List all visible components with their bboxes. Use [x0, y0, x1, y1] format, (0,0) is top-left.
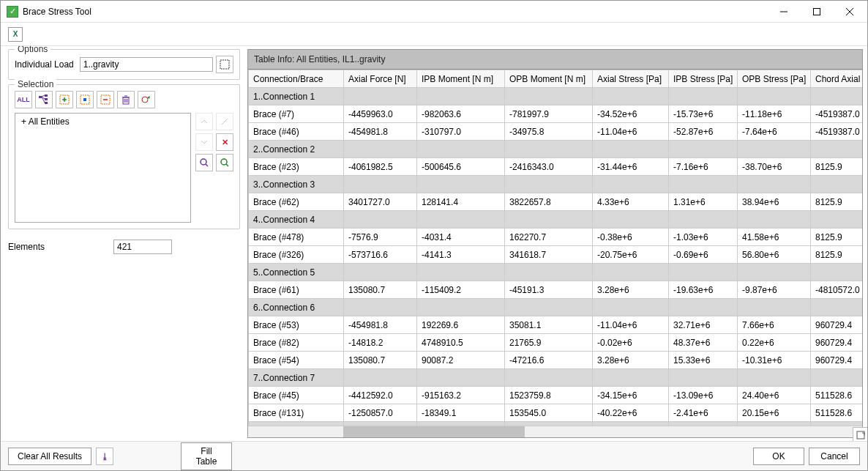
col-opb-stress[interactable]: OPB Stress [Pa] [738, 70, 811, 88]
table-cell: -19.63e+6 [669, 281, 738, 299]
table-cell: -1.03e+6 [669, 229, 738, 246]
table-scroll[interactable]: Connection/Brace Axial Force [N] IPB Mom… [248, 70, 862, 426]
cancel-button[interactable]: Cancel [809, 448, 860, 465]
table-cell: -4031.4 [417, 229, 505, 246]
select-marquee-remove-button[interactable] [97, 91, 114, 108]
app-icon: ✓ [7, 6, 18, 18]
table-cell: -4519387.0 [811, 123, 863, 141]
col-chord-axial[interactable]: Chord Axial Force Left [811, 70, 863, 88]
table-group-row[interactable]: 2..Connection 2 [249, 141, 863, 158]
table-row[interactable]: Brace (#54)135080.790087.2-47216.63.28e+… [249, 352, 863, 369]
col-ipb-stress[interactable]: IPB Stress [Pa] [669, 70, 738, 88]
view-selection-button[interactable] [138, 91, 155, 108]
table-cell: 38.94e+6 [738, 193, 811, 211]
entity-list-item[interactable]: + All Entities [17, 115, 189, 128]
svg-rect-7 [45, 98, 48, 100]
table-cell: -34.15e+6 [593, 387, 669, 404]
table-cell: Brace (#7) [249, 105, 344, 123]
svg-point-29 [221, 159, 227, 165]
group-label-cell: 7..Connection 7 [249, 369, 344, 387]
table-group-row[interactable]: 7..Connection 7 [249, 369, 863, 387]
table-group-row[interactable]: 1..Connection 1 [249, 88, 863, 105]
table-row[interactable]: Brace (#62)3401727.0128141.43822657.84.3… [249, 193, 863, 211]
table-cell: 3.28e+6 [593, 352, 669, 369]
col-axial-stress[interactable]: Axial Stress [Pa] [593, 70, 669, 88]
table-row[interactable]: Brace (#7)-4459963.0-982063.6-781997.9-3… [249, 105, 863, 123]
options-group: Options Individual Load [8, 49, 240, 80]
main-toolbar: X [1, 23, 867, 46]
select-load-button[interactable] [216, 56, 233, 73]
magnifier-icon [200, 158, 209, 167]
minimize-button[interactable] [767, 1, 800, 22]
table-cell: 192269.6 [417, 316, 505, 334]
horizontal-scrollbar[interactable] [248, 426, 862, 437]
table-row[interactable]: Brace (#326)-573716.6-4141.3341618.7-20.… [249, 246, 863, 264]
table-row[interactable]: Brace (#61)135080.7-115409.2-45191.33.28… [249, 281, 863, 299]
table-cell: -45191.3 [505, 281, 593, 299]
results-table-container: Table Info: All Entities, IL1..gravity C… [247, 49, 863, 438]
ok-button[interactable]: OK [753, 448, 804, 465]
table-cell: 15.33e+6 [669, 352, 738, 369]
selection-group-label: Selection [15, 79, 56, 89]
table-group-row[interactable]: 8..Connection 8 [249, 422, 863, 426]
table-cell: -115409.2 [417, 281, 505, 299]
table-cell: -310797.0 [417, 123, 505, 141]
select-marquee-add-button[interactable] [56, 91, 73, 108]
table-cell: -4459963.0 [344, 105, 417, 123]
import-results-button[interactable]: ⭳ [96, 448, 113, 465]
table-group-row[interactable]: 4..Connection 4 [249, 211, 863, 229]
expand-panel-button[interactable] [853, 427, 867, 441]
entity-list[interactable]: + All Entities [15, 113, 191, 223]
table-cell: -10.31e+6 [738, 352, 811, 369]
table-cell: -4141.3 [417, 246, 505, 264]
col-axial-force[interactable]: Axial Force [N] [344, 70, 417, 88]
select-all-button[interactable]: ALL [15, 91, 32, 108]
table-row[interactable]: Brace (#478)-7576.9-4031.4162270.7-0.38e… [249, 229, 863, 246]
select-marquee-toggle-button[interactable] [76, 91, 94, 108]
table-cell: Brace (#23) [249, 158, 344, 176]
table-cell: 3401727.0 [344, 193, 417, 211]
table-row[interactable]: Brace (#53)-454981.8192269.635081.1-11.0… [249, 316, 863, 334]
delete-selection-button[interactable] [117, 91, 135, 108]
options-group-label: Options [15, 46, 50, 54]
selection-toolbar: ALL [15, 91, 233, 108]
table-group-row[interactable]: 5..Connection 5 [249, 264, 863, 281]
table-row[interactable]: Brace (#46)-454981.8-310797.0-34975.8-11… [249, 123, 863, 141]
table-row[interactable]: Brace (#23)-4061982.5-500645.6-2416343.0… [249, 158, 863, 176]
table-cell: Brace (#54) [249, 352, 344, 369]
select-hierarchy-button[interactable] [35, 91, 53, 108]
group-label-cell: 2..Connection 2 [249, 141, 344, 158]
maximize-button[interactable] [800, 1, 833, 22]
table-cell: 48.37e+6 [669, 334, 738, 352]
col-connection[interactable]: Connection/Brace [249, 70, 344, 88]
table-header-row: Connection/Brace Axial Force [N] IPB Mom… [249, 70, 863, 88]
table-cell: 960729.4 [811, 316, 863, 334]
table-row[interactable]: Brace (#82)-14818.24748910.521765.9-0.02… [249, 334, 863, 352]
table-cell: -781997.9 [505, 105, 593, 123]
select-rect-icon [220, 59, 230, 70]
table-group-row[interactable]: 3..Connection 3 [249, 176, 863, 193]
col-ipb-moment[interactable]: IPB Moment [N m] [417, 70, 505, 88]
col-opb-moment[interactable]: OPB Moment [N m] [505, 70, 593, 88]
expand-icon [856, 431, 865, 440]
table-cell: Brace (#82) [249, 334, 344, 352]
zoom-highlight-button[interactable] [216, 154, 233, 171]
table-cell: -40.22e+6 [593, 404, 669, 422]
remove-entity-button[interactable]: ✕ [216, 133, 233, 151]
individual-load-input[interactable] [80, 57, 213, 72]
export-excel-button[interactable]: X [8, 27, 23, 42]
table-cell: -7576.9 [344, 229, 417, 246]
table-row[interactable]: Brace (#131)-1250857.0-18349.1153545.0-4… [249, 404, 863, 422]
fill-table-button[interactable]: Fill Table [181, 442, 232, 470]
close-button[interactable] [833, 1, 866, 22]
table-group-row[interactable]: 6..Connection 6 [249, 299, 863, 316]
table-cell: 35081.1 [505, 316, 593, 334]
zoom-entity-button[interactable] [195, 154, 213, 171]
table-cell: 8125.9 [811, 229, 863, 246]
clear-all-results-button[interactable]: Clear All Results [8, 448, 91, 465]
table-cell: 3.28e+6 [593, 281, 669, 299]
minimize-icon [780, 8, 787, 15]
magnifier-green-icon [220, 158, 229, 167]
table-row[interactable]: Brace (#45)-4412592.0-915163.21523759.8-… [249, 387, 863, 404]
table-cell: 8125.9 [811, 193, 863, 211]
